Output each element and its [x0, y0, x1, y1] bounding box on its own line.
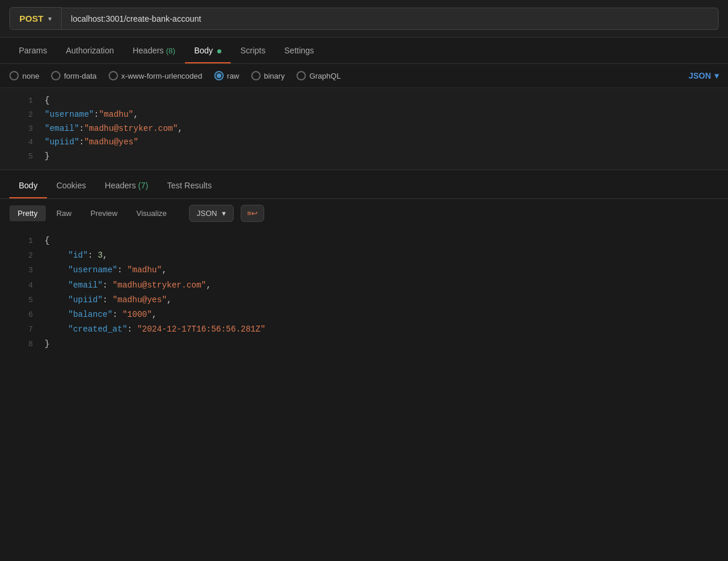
response-line-7: 7 "created_at": "2024-12-17T16:56:56.281… [0, 322, 728, 337]
response-line-3: 3 "username": "madhu", [0, 263, 728, 278]
response-tab-body[interactable]: Body [9, 173, 47, 198]
tab-settings[interactable]: Settings [275, 38, 323, 63]
radio-binary[interactable]: binary [251, 71, 285, 80]
method-dropdown-icon: ▾ [48, 15, 52, 23]
method-selector[interactable]: POST ▾ [9, 7, 62, 30]
radio-circle-form-data [51, 71, 60, 80]
response-line-8: 8 } [0, 337, 728, 352]
body-type-bar: none form-data x-www-form-urlencoded raw… [0, 64, 728, 88]
request-line-3: 3 "email":"madhu@stryker.com", [0, 122, 728, 136]
tab-scripts[interactable]: Scripts [231, 38, 275, 63]
wrap-button[interactable]: ≡↩ [241, 205, 265, 222]
response-format-bar: Pretty Raw Preview Visualize JSON ▾ ≡↩ [0, 199, 728, 228]
response-line-1: 1 { [0, 234, 728, 248]
response-tab-test-results[interactable]: Test Results [157, 173, 221, 198]
response-code-area: 1 { 2 "id": 3, 3 "username": "madhu", 4 … [0, 228, 728, 358]
json-type-selector[interactable]: JSON ▾ [689, 71, 719, 80]
response-tab-bar: Body Cookies Headers (7) Test Results [0, 173, 728, 199]
request-code-editor[interactable]: 1 { 2 "username":"madhu", 3 "email":"mad… [0, 88, 728, 170]
response-line-2: 2 "id": 3, [0, 248, 728, 263]
radio-none[interactable]: none [9, 71, 39, 80]
response-tab-headers[interactable]: Headers (7) [96, 173, 158, 198]
tab-body[interactable]: Body [185, 38, 231, 63]
response-headers-badge: (7) [138, 181, 148, 190]
format-raw-button[interactable]: Raw [48, 205, 80, 221]
radio-form-data[interactable]: form-data [51, 71, 97, 80]
url-bar: POST ▾ [0, 0, 728, 38]
radio-circle-graphql [296, 71, 306, 80]
response-json-dropdown-icon: ▾ [222, 209, 226, 218]
tab-authorization[interactable]: Authorization [56, 38, 123, 63]
request-line-4: 4 "upiid":"madhu@yes" [0, 136, 728, 150]
body-active-dot [217, 49, 221, 53]
response-line-6: 6 "balance": "1000", [0, 307, 728, 322]
response-tab-cookies[interactable]: Cookies [47, 173, 96, 198]
request-tab-bar: Params Authorization Headers (8) Body Sc… [0, 38, 728, 64]
request-line-1: 1 { [0, 94, 728, 108]
radio-circle-urlencoded [109, 71, 118, 80]
response-json-selector[interactable]: JSON ▾ [189, 205, 234, 222]
radio-graphql[interactable]: GraphQL [296, 71, 341, 80]
tab-headers[interactable]: Headers (8) [123, 38, 185, 63]
format-visualize-button[interactable]: Visualize [128, 205, 175, 221]
response-line-5: 5 "upiid": "madhu@yes", [0, 293, 728, 307]
radio-circle-raw [214, 71, 224, 80]
headers-badge: (8) [166, 46, 176, 55]
request-line-2: 2 "username":"madhu", [0, 108, 728, 122]
radio-urlencoded[interactable]: x-www-form-urlencoded [109, 71, 203, 80]
url-input[interactable] [62, 8, 719, 30]
radio-circle-binary [251, 71, 261, 80]
format-preview-button[interactable]: Preview [82, 205, 126, 221]
radio-circle-none [9, 71, 19, 80]
format-pretty-button[interactable]: Pretty [9, 205, 46, 221]
radio-raw[interactable]: raw [214, 71, 240, 80]
response-line-4: 4 "email": "madhu@stryker.com", [0, 278, 728, 293]
method-label: POST [19, 13, 43, 23]
request-line-5: 5 } [0, 150, 728, 164]
tab-params[interactable]: Params [9, 38, 56, 63]
json-dropdown-icon: ▾ [714, 71, 719, 80]
